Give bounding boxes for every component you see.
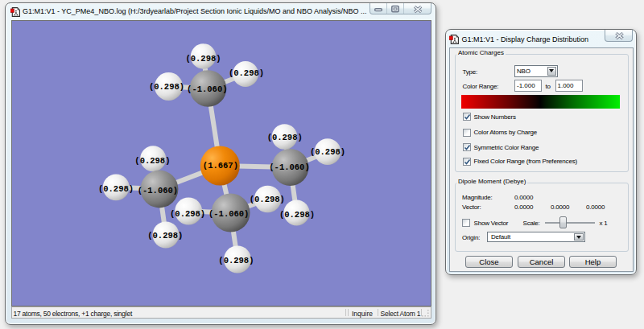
- svg-text:(0.298): (0.298): [185, 53, 221, 63]
- svg-text:(-1.060): (-1.060): [208, 209, 248, 219]
- svg-text:(0.298): (0.298): [266, 133, 302, 142]
- svg-text:(-1.060): (-1.060): [187, 84, 227, 93]
- svg-text:(-1.060): (-1.060): [269, 162, 309, 172]
- svg-text:(0.298): (0.298): [97, 184, 133, 194]
- svg-text:(0.298): (0.298): [218, 255, 254, 265]
- svg-text:(0.298): (0.298): [228, 68, 263, 78]
- svg-text:(0.298): (0.298): [309, 147, 345, 157]
- svg-text:(0.298): (0.298): [134, 156, 170, 166]
- svg-text:(0.298): (0.298): [170, 208, 205, 218]
- svg-text:(0.298): (0.298): [147, 231, 183, 241]
- svg-text:(1.667): (1.667): [202, 160, 237, 170]
- svg-text:(0.298): (0.298): [249, 194, 284, 204]
- svg-text:(-1.060): (-1.060): [137, 185, 177, 195]
- svg-text:(0.298): (0.298): [279, 209, 314, 219]
- svg-text:(0.298): (0.298): [148, 81, 184, 91]
